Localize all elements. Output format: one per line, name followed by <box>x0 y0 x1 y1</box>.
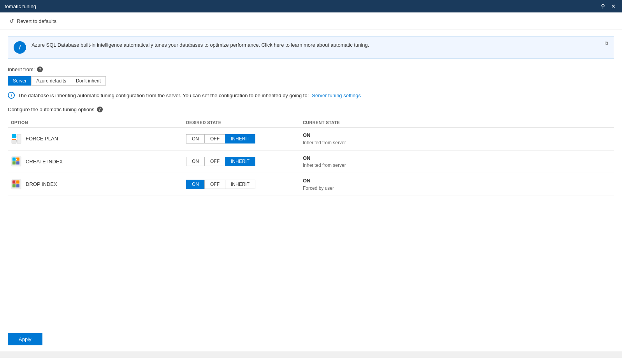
option-force-plan-cell: FORCE PLAN <box>8 128 183 150</box>
drop-index-state-value: ON <box>303 177 611 185</box>
inherit-button-group: Server Azure defaults Don't inherit <box>8 76 614 86</box>
external-link-icon: ⧉ <box>605 40 608 46</box>
col-current-state: CURRENT STATE <box>300 118 614 128</box>
apply-button[interactable]: Apply <box>8 333 42 345</box>
table-body: FORCE PLAN ON OFF INHERIT ON Inherited f… <box>8 128 614 196</box>
svg-rect-15 <box>12 180 16 184</box>
create-index-on-button[interactable]: ON <box>186 157 204 166</box>
col-desired-state: DESIRED STATE <box>183 118 300 128</box>
table-row: DROP INDEX ON OFF INHERIT ON Forced by u… <box>8 173 614 196</box>
option-drop-index: DROP INDEX <box>11 179 180 190</box>
svg-rect-11 <box>16 161 19 164</box>
force-plan-icon <box>11 133 22 144</box>
footer: Apply <box>0 327 622 352</box>
inherit-azure-defaults-button[interactable]: Azure defaults <box>31 76 71 86</box>
inherit-help-icon[interactable]: ? <box>37 66 43 72</box>
inherit-dont-inherit-button[interactable]: Don't inherit <box>71 76 106 86</box>
option-create-index: CREATE INDEX <box>11 156 180 167</box>
revert-defaults-button[interactable]: ↺ Revert to defaults <box>6 16 59 26</box>
title-bar: tomatic tuning ⚲ ✕ <box>0 0 622 12</box>
revert-icon: ↺ <box>9 18 15 24</box>
force-plan-on-button[interactable]: ON <box>186 134 204 144</box>
info-banner-text: Azure SQL Database built-in intelligence… <box>32 41 608 49</box>
svg-line-4 <box>16 139 17 142</box>
force-plan-inherit-button[interactable]: INHERIT <box>225 134 255 144</box>
create-index-inherit-button[interactable]: INHERIT <box>225 157 255 166</box>
svg-rect-17 <box>12 184 16 187</box>
force-plan-desired-state-cell: ON OFF INHERIT <box>183 128 300 150</box>
svg-rect-1 <box>12 140 16 144</box>
create-index-desired-state-cell: ON OFF INHERIT <box>183 150 300 173</box>
revert-label: Revert to defaults <box>17 18 56 24</box>
force-plan-state-value: ON <box>303 131 611 139</box>
svg-rect-0 <box>12 134 16 138</box>
server-tuning-settings-link[interactable]: Server tuning settings <box>312 93 361 98</box>
config-title-text: Configure the automatic tuning options <box>8 107 95 112</box>
option-create-index-cell: CREATE INDEX <box>8 150 183 173</box>
create-index-label: CREATE INDEX <box>26 159 63 164</box>
inherit-from-label: Inherit from: ? <box>8 66 614 72</box>
create-index-state-sub: Inherited from server <box>303 162 611 169</box>
info-row-icon: i <box>8 92 15 99</box>
create-index-current-state-cell: ON Inherited from server <box>300 150 614 173</box>
svg-rect-9 <box>16 158 19 161</box>
force-plan-current-state-cell: ON Inherited from server <box>300 128 614 150</box>
drop-index-state-sub: Forced by user <box>303 185 611 192</box>
svg-rect-18 <box>16 184 19 187</box>
create-index-toggle: ON OFF INHERIT <box>186 157 297 166</box>
drop-index-on-button[interactable]: ON <box>186 180 204 189</box>
info-circle-icon: i <box>14 41 26 54</box>
config-section-title: Configure the automatic tuning options ? <box>8 107 614 112</box>
window-controls: ⚲ ✕ <box>599 2 617 10</box>
force-plan-state-sub: Inherited from server <box>303 139 611 146</box>
drop-index-label: DROP INDEX <box>26 181 57 187</box>
toolbar: ↺ Revert to defaults <box>0 12 622 30</box>
table-header: OPTION DESIRED STATE CURRENT STATE <box>8 118 614 128</box>
inherit-server-button[interactable]: Server <box>8 76 31 86</box>
window-title: tomatic tuning <box>5 4 36 9</box>
option-force-plan: FORCE PLAN <box>11 133 180 144</box>
drop-index-current-state-cell: ON Forced by user <box>300 173 614 196</box>
drop-index-icon <box>11 179 22 190</box>
config-help-icon[interactable]: ? <box>97 107 103 112</box>
svg-rect-10 <box>12 161 16 164</box>
svg-rect-5 <box>12 139 16 139</box>
inherit-info-row: i The database is inheriting automatic t… <box>8 92 614 99</box>
info-banner[interactable]: i Azure SQL Database built-in intelligen… <box>8 36 614 59</box>
svg-rect-6 <box>12 139 16 140</box>
svg-rect-16 <box>16 180 19 184</box>
pin-button[interactable]: ⚲ <box>599 2 606 10</box>
inherit-label-text: Inherit from: <box>8 66 35 72</box>
drop-index-off-button[interactable]: OFF <box>204 180 225 189</box>
drop-index-current-state: ON Forced by user <box>303 177 611 192</box>
inherit-info-text: The database is inheriting automatic tun… <box>18 93 309 98</box>
force-plan-toggle: ON OFF INHERIT <box>186 134 297 144</box>
force-plan-off-button[interactable]: OFF <box>204 134 225 144</box>
create-index-state-value: ON <box>303 154 611 162</box>
svg-rect-2 <box>17 134 21 144</box>
option-drop-index-cell: DROP INDEX <box>8 173 183 196</box>
close-button[interactable]: ✕ <box>610 2 617 10</box>
table-row: FORCE PLAN ON OFF INHERIT ON Inherited f… <box>8 128 614 150</box>
create-index-icon <box>11 156 22 167</box>
drop-index-desired-state-cell: ON OFF INHERIT <box>183 173 300 196</box>
create-index-off-button[interactable]: OFF <box>204 157 225 166</box>
horizontal-scrollbar[interactable] <box>0 352 622 358</box>
footer-divider <box>0 319 622 319</box>
drop-index-inherit-button[interactable]: INHERIT <box>225 180 255 189</box>
create-index-current-state: ON Inherited from server <box>303 154 611 169</box>
force-plan-label: FORCE PLAN <box>26 136 58 142</box>
drop-index-toggle: ON OFF INHERIT <box>186 180 297 189</box>
table-row: CREATE INDEX ON OFF INHERIT ON Inherited… <box>8 150 614 173</box>
main-content: i Azure SQL Database built-in intelligen… <box>0 30 622 202</box>
options-table: OPTION DESIRED STATE CURRENT STATE <box>8 118 614 196</box>
force-plan-current-state: ON Inherited from server <box>303 131 611 146</box>
svg-rect-8 <box>12 158 16 161</box>
col-option: OPTION <box>8 118 183 128</box>
